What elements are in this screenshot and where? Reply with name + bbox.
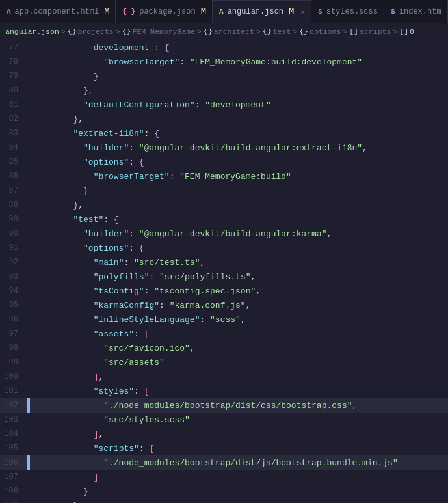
table-row: 108 } (0, 484, 448, 498)
line-number: 88 (0, 200, 27, 210)
table-row: 88 }, (0, 198, 448, 212)
tab-angular-label: angular.json (228, 7, 283, 16)
table-row: 91 "options": { (0, 241, 448, 255)
line-number: 98 (0, 344, 27, 353)
line-content: "karmaConfig": "karma.conf.js", (30, 301, 448, 310)
table-row: 78 "browserTarget": "FEM_MemoryGame:buil… (0, 55, 448, 69)
line-number: 105 (0, 444, 27, 453)
line-content: "browserTarget": "FEM_MemoryGame:build" (30, 172, 448, 182)
table-row: 101 "styles": [ (0, 384, 448, 398)
line-content: }, (30, 200, 448, 210)
tab-styles-label: styles.scss (326, 7, 378, 16)
line-content: "builder": "@angular-devkit/build-angula… (30, 229, 448, 239)
line-content: "src/favicon.ico", (30, 344, 448, 353)
table-row: 85 "options": { (0, 155, 448, 169)
table-row: 93 "polyfills": "src/polyfills.ts", (0, 269, 448, 284)
line-content: } (30, 487, 448, 496)
line-content: "test": { (30, 215, 448, 224)
line-content: "src/assets" (30, 358, 448, 368)
table-row: 109 } (0, 498, 448, 503)
line-content: ] (30, 472, 448, 482)
table-row: 94 "tsConfig": "tsconfig.spec.json", (0, 284, 448, 298)
table-row: 100 ], (0, 370, 448, 384)
line-content: "defaultConfiguration": "development" (30, 100, 448, 110)
line-number: 90 (0, 229, 27, 238)
line-content: "extract-i18n": { (30, 129, 448, 139)
table-row: 96 "inlineStyleLanguage": "scss", (0, 312, 448, 327)
table-row: 89 "test": { (0, 212, 448, 226)
bc-filename: angular.json (5, 27, 59, 36)
table-row: 83 "extract-i18n": { (0, 126, 448, 141)
json-pkg-icon: { } (122, 8, 135, 16)
line-content: }, (30, 86, 448, 96)
line-number: 92 (0, 258, 27, 267)
tab-index-html[interactable]: S index.htm (384, 0, 448, 23)
table-row: 104 ], (0, 427, 448, 441)
line-number: 95 (0, 301, 27, 310)
tab-bar: A app.component.html M { } package.json … (0, 0, 448, 23)
line-number: 86 (0, 172, 27, 181)
table-row: 99 "src/assets" (0, 355, 448, 370)
tab-styles-scss[interactable]: S styles.scss (311, 0, 384, 23)
line-number: 77 (0, 43, 27, 52)
table-row: 84 "builder": "@angular-devkit/build-ang… (0, 141, 448, 155)
html-icon: A (7, 8, 11, 16)
line-number: 103 (0, 415, 27, 424)
tab-package-json[interactable]: { } package.json M (116, 0, 213, 23)
line-number: 107 (0, 472, 27, 482)
angular-icon: A (219, 8, 224, 16)
table-row: 80 }, (0, 83, 448, 98)
line-content: } (30, 501, 448, 504)
table-row: 95 "karmaConfig": "karma.conf.js", (0, 298, 448, 312)
table-row: 86 "browserTarget": "FEM_MemoryGame:buil… (0, 169, 448, 184)
table-row: 92 "main": "src/test.ts", (0, 255, 448, 269)
line-number: 94 (0, 286, 27, 295)
line-number: 85 (0, 157, 27, 167)
table-row: 97 "assets": [ (0, 327, 448, 341)
table-row: 82 }, (0, 112, 448, 126)
line-number: 91 (0, 243, 27, 252)
tab-pkg-modified: M (201, 7, 206, 16)
scss-icon: S (318, 8, 323, 16)
line-number: 96 (0, 315, 27, 324)
line-number: 100 (0, 372, 27, 381)
tab-angular-json[interactable]: A angular.json M ✕ (213, 0, 311, 23)
line-content: "polyfills": "src/polyfills.ts", (30, 272, 448, 282)
table-row: 103 "src/styles.scss" (0, 413, 448, 427)
table-row: 106 "./node_modules/bootstrap/dist/js/bo… (0, 455, 448, 470)
line-number: 93 (0, 272, 27, 281)
line-number: 99 (0, 358, 27, 367)
line-content: "assets": [ (30, 329, 448, 339)
line-number: 87 (0, 186, 27, 195)
line-content: ], (30, 372, 448, 382)
line-content: "options": { (30, 243, 448, 253)
line-number: 80 (0, 86, 27, 95)
table-row: 90 "builder": "@angular-devkit/build-ang… (0, 226, 448, 241)
tab-angular-close[interactable]: ✕ (300, 8, 305, 16)
line-content: "./node_modules/bootstrap/dist/css/boots… (30, 401, 448, 411)
tab-app-component[interactable]: A app.component.html M (0, 0, 116, 23)
table-row: 79 } (0, 69, 448, 83)
table-row: 81 "defaultConfiguration": "development" (0, 98, 448, 112)
line-number: 79 (0, 72, 27, 81)
line-number: 89 (0, 215, 27, 224)
tab-pkg-label: package.json (139, 7, 195, 16)
line-content: development : { (30, 43, 448, 53)
line-content: "./node_modules/bootstrap/dist/js/bootst… (30, 458, 448, 468)
line-number: 81 (0, 100, 27, 109)
line-content: "src/styles.scss" (30, 415, 448, 425)
line-number: 102 (0, 401, 27, 410)
line-content: "tsConfig": "tsconfig.spec.json", (30, 286, 448, 296)
line-number: 78 (0, 57, 27, 66)
line-number: 106 (0, 458, 27, 467)
tab-app-modified: M (104, 7, 109, 16)
line-content: "options": { (30, 157, 448, 167)
table-row: 77 development : { (0, 40, 448, 55)
line-content: "main": "src/test.ts", (30, 258, 448, 267)
index-icon: S (391, 8, 395, 16)
tab-index-label: index.htm (399, 7, 441, 16)
line-content: "browserTarget": "FEM_MemoryGame:build:d… (30, 57, 448, 67)
table-row: 102 "./node_modules/bootstrap/dist/css/b… (0, 398, 448, 413)
breadcrumb: angular.json > {} projects > {} FEM_Memo… (0, 23, 448, 40)
line-content: } (30, 186, 448, 196)
